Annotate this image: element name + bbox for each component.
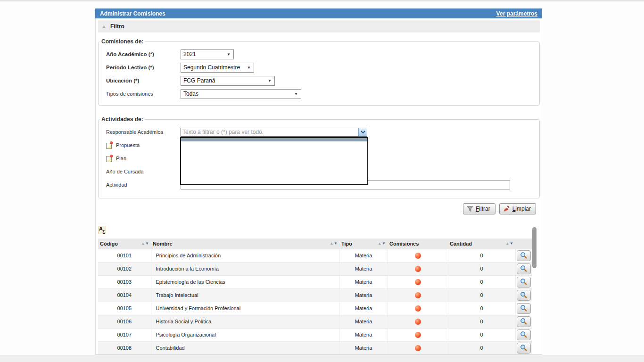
header-comisiones: Comisiones (388, 239, 448, 249)
propuesta-label: Propuesta (116, 142, 140, 148)
actions-cell (515, 341, 532, 354)
actions-cell (515, 288, 532, 302)
tipo-cell: Materia (339, 249, 388, 262)
magnifier-icon (520, 304, 528, 312)
responsable-row: Responsable Académica (99, 125, 539, 139)
tipos-comisiones-select[interactable]: Todas ▼ (181, 89, 301, 99)
filtro-collapse-header[interactable]: ▲ Filtro (98, 20, 540, 33)
sort-arrows-icon[interactable]: ▲▼ (330, 242, 338, 246)
results-table: Código▲▼ Nombre▲▼ Tipo▲▼ Comisiones Cant… (98, 239, 532, 355)
sort-alphabetical-button[interactable]: A z (98, 226, 106, 234)
codigo-cell: 00106 (98, 315, 151, 328)
codigo-cell: 00104 (98, 288, 151, 302)
vertical-scrollbar-thumb[interactable] (532, 227, 537, 268)
sort-arrows-icon[interactable]: ▲▼ (505, 242, 513, 246)
tipo-cell: Materia (339, 328, 388, 341)
cantidad-cell: 0 (448, 328, 515, 341)
chevron-down-icon: ▼ (247, 66, 251, 70)
table-row: 00106 Historia Social y Política Materia… (98, 315, 532, 328)
chevron-down-icon: ▼ (227, 52, 231, 57)
nombre-cell: Universidad y Formación Profesional (151, 302, 339, 315)
cantidad-cell: 0 (448, 249, 515, 262)
combo-dropdown-button[interactable] (358, 128, 367, 136)
comisiones-cell (388, 262, 448, 275)
comisiones-legend: Comisiones de: (100, 38, 145, 45)
periodo-lectivo-value: Segundo Cuatrimestre (183, 64, 240, 71)
codigo-cell: 00107 (98, 328, 151, 341)
magnifier-icon (520, 278, 528, 286)
nombre-cell: Epistemología de las Ciencias (151, 275, 339, 288)
filtro-label: Filtro (110, 23, 124, 30)
row-detail-button[interactable] (517, 250, 531, 261)
cantidad-cell: 0 (448, 315, 515, 328)
table-row: 00104 Trabajo Intelectual Materia 0 (98, 288, 532, 302)
actividades-legend: Actividades de: (100, 116, 145, 123)
note-pin-icon (106, 155, 113, 162)
filtrar-button[interactable]: Filtrar (463, 203, 495, 214)
row-detail-button[interactable] (517, 303, 531, 314)
codigo-cell: 00105 (98, 302, 151, 315)
chevron-down-icon: ▼ (294, 92, 298, 96)
responsable-dropdown-panel[interactable] (180, 137, 368, 185)
actions-cell (515, 328, 532, 341)
nombre-cell: Historia Social y Política (151, 315, 339, 328)
tipo-cell: Materia (339, 275, 388, 288)
row-detail-button[interactable] (517, 290, 531, 301)
comisiones-cell (388, 275, 448, 288)
responsable-input[interactable] (181, 128, 358, 136)
actividad-label: Actividad (99, 182, 181, 188)
sort-arrows-icon[interactable]: ▲▼ (141, 242, 149, 246)
ano-academico-row: Año Académico (*) 2021 ▼ (99, 48, 539, 61)
anio-cursada-label: Año de Cursada (99, 169, 181, 174)
magnifier-icon (520, 344, 528, 352)
header-tipo: Tipo▲▼ (339, 239, 388, 249)
magnifier-icon (520, 318, 528, 325)
ano-academico-select[interactable]: 2021 ▼ (181, 49, 234, 59)
tipos-comisiones-row: Tipos de comisiones Todas ▼ (99, 87, 539, 100)
title-bar: Administrar Comisiones Ver parámetros (95, 8, 542, 18)
comisiones-fieldset: Comisiones de: Año Académico (*) 2021 ▼ … (98, 38, 540, 106)
ubicacion-label: Ubicación (*) (99, 78, 181, 83)
cantidad-cell: 0 (448, 302, 515, 315)
page-bottom-strip (0, 355, 644, 362)
nombre-cell: Contabilidad (151, 341, 339, 354)
actions-cell (515, 249, 532, 262)
chevron-down-icon: ▼ (268, 79, 272, 83)
comisiones-cell (388, 328, 448, 341)
table-header-row: Código▲▼ Nombre▲▼ Tipo▲▼ Comisiones Cant… (98, 239, 532, 249)
row-detail-button[interactable] (517, 277, 531, 288)
row-detail-button[interactable] (517, 343, 531, 354)
periodo-lectivo-row: Período Lectivo (*) Segundo Cuatrimestre… (99, 61, 539, 74)
magnifier-icon (520, 331, 528, 338)
status-dot-icon (415, 292, 421, 298)
sort-arrows-icon[interactable]: ▲▼ (378, 242, 386, 246)
page-top-divider (0, 0, 644, 1)
codigo-cell: 00103 (98, 275, 151, 288)
actions-bar: Filtrar Limpiar (96, 203, 536, 214)
status-dot-icon (415, 345, 421, 351)
comisiones-cell (388, 315, 448, 328)
tipo-cell: Materia (339, 262, 388, 275)
ubicacion-select[interactable]: FCG Paraná ▼ (181, 76, 275, 86)
row-detail-button[interactable] (517, 316, 531, 327)
status-dot-icon (415, 332, 421, 338)
comisiones-cell (388, 288, 448, 302)
table-row: 00102 Introducción a la Economía Materia… (98, 262, 532, 275)
magnifier-icon (520, 252, 528, 259)
codigo-cell: 00108 (98, 341, 151, 354)
ubicacion-value: FCG Paraná (183, 77, 215, 84)
cantidad-cell: 0 (448, 262, 515, 275)
page-title: Administrar Comisiones (100, 10, 165, 17)
ver-parametros-link[interactable]: Ver parámetros (496, 10, 537, 17)
tipos-comisiones-value: Todas (183, 90, 198, 97)
results-area: A z Código▲▼ Nombre▲▼ Tipo▲▼ Comisiones … (98, 226, 542, 355)
limpiar-button[interactable]: Limpiar (499, 203, 536, 214)
periodo-lectivo-select[interactable]: Segundo Cuatrimestre ▼ (181, 63, 254, 73)
row-detail-button[interactable] (517, 263, 531, 274)
nombre-cell: Principios de Administración (151, 249, 339, 262)
row-detail-button[interactable] (517, 329, 531, 340)
codigo-cell: 00102 (98, 262, 151, 275)
table-row: 00101 Principios de Administración Mater… (98, 249, 532, 262)
table-row: 00108 Contabilidad Materia 0 (98, 341, 532, 354)
main-panel: Administrar Comisiones Ver parámetros ▲ … (95, 8, 542, 355)
